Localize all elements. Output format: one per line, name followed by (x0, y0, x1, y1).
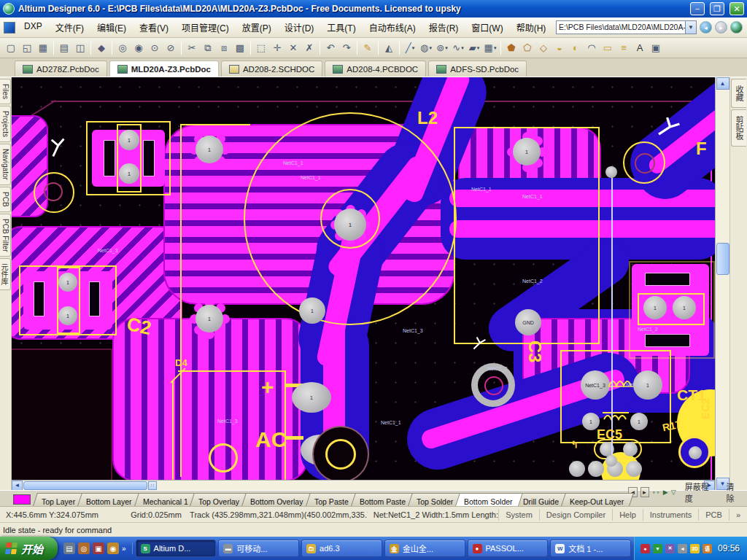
document-path-input[interactable]: E:\PCB Files\data\MLD20A\MLD20A-Z3 (556, 20, 686, 34)
task-button-可移动[interactable]: ▬可移动... (218, 540, 299, 557)
designator-label-L2[interactable]: L2 (417, 108, 438, 128)
quicklaunch-media-icon[interactable]: ▤ (63, 542, 75, 554)
tray-update-icon[interactable]: ▼ (653, 544, 662, 553)
tray-volume-icon[interactable]: ◄ (678, 544, 687, 553)
pcb-canvas[interactable]: 1 1 1 1 1 1 1 (12, 77, 715, 480)
status-panel-»[interactable]: » (729, 509, 747, 521)
designator-label-EC2[interactable]: EC2 (699, 398, 711, 419)
highlight-pen-icon[interactable]: ✎ (360, 40, 376, 56)
open-document-icon[interactable]: ◱ (19, 40, 35, 56)
scroll-up-icon[interactable]: ▲ (716, 77, 729, 90)
layer-tab-bottom-paste[interactable]: Bottom Paste (351, 493, 416, 506)
task-button-ad63[interactable]: 🗀ad6.3 (301, 540, 382, 557)
tray-antivirus-icon[interactable]: ● (640, 544, 650, 553)
menu-文件F[interactable]: 文件(F) (49, 19, 90, 36)
grid-icon[interactable]: ▦▾ (482, 40, 498, 56)
place-arc-icon[interactable]: ∿▾ (450, 40, 466, 56)
new-document-icon[interactable]: ▢ (3, 40, 19, 56)
undo-icon[interactable]: ↶ (322, 40, 338, 56)
path-dropdown-icon[interactable]: ▼ (686, 20, 697, 34)
pane-splitter[interactable]: ∷ (148, 481, 157, 490)
paste-array-icon[interactable]: ▩ (232, 40, 248, 56)
sidebar-tab-元件库[interactable]: 元件库 (0, 258, 11, 290)
quicklaunch-search-icon[interactable]: ◎ (78, 542, 90, 554)
clear-filter-icon[interactable]: ✗ (301, 40, 317, 56)
place-via-icon[interactable]: ⊚▾ (434, 40, 450, 56)
interactive-route-icon[interactable]: ╱▾ (402, 40, 418, 56)
polygon-pour-icon[interactable]: ⬟ (503, 40, 519, 56)
doc-tab-ad208-2.schdoc[interactable]: AD208-2.SCHDOC (221, 61, 322, 77)
fit-area-icon[interactable]: ◉ (131, 40, 147, 56)
menu-项目管理C[interactable]: 项目管理(C) (175, 19, 236, 36)
quicklaunch-overflow-icon[interactable]: » (122, 545, 126, 553)
back-icon[interactable]: ◂ (700, 21, 712, 34)
designator-label-↰[interactable]: ↰ (570, 439, 578, 450)
home-globe-icon[interactable] (730, 21, 743, 34)
workspace-icon[interactable]: ◆ (93, 40, 109, 56)
layer-tab-top-solder[interactable]: Top Solder (408, 493, 463, 506)
polygon-cutout-icon[interactable]: ⬠ (519, 40, 535, 56)
room-icon[interactable]: ◒ (551, 40, 568, 56)
task-button-文档 1 -[interactable]: W文档 1 -... (550, 540, 631, 557)
rectangle-tool-icon[interactable]: ▭ (600, 40, 616, 56)
redo-icon[interactable]: ↷ (338, 40, 355, 56)
layer-tab-top-overlay[interactable]: Top Overlay (190, 493, 250, 506)
tray-ime-icon[interactable]: 语 (703, 544, 712, 553)
layer-tab-bottom-overlay[interactable]: Bottom Overlay (242, 493, 314, 506)
print-preview-icon[interactable]: ◫ (72, 40, 88, 56)
mask-level-button[interactable]: 屏蔽程度 (679, 480, 718, 505)
zoom-clear-icon[interactable]: ⊘ (163, 40, 179, 56)
layer-tab-bottom-layer[interactable]: Bottom Layer (77, 493, 142, 506)
menu-报告R[interactable]: 报告(R) (422, 19, 465, 36)
sidebar-tab-pcb[interactable]: PCB (0, 187, 11, 212)
deselect-icon[interactable]: ✕ (285, 40, 301, 56)
copy-icon[interactable]: ⧉ (200, 40, 216, 56)
start-button[interactable]: 开始 (0, 537, 58, 560)
doc-tab-ad208-4.pcbdoc[interactable]: AD208-4.PCBDOC (325, 61, 426, 77)
component-tool-icon[interactable]: ▣ (648, 40, 664, 56)
print-icon[interactable]: ▤ (56, 40, 72, 56)
menu-设计D[interactable]: 设计(D) (278, 19, 321, 36)
menu-放置P[interactable]: 放置(P) (236, 19, 278, 36)
task-button-Altium D[interactable]: SAltium D... (136, 540, 217, 557)
cut-icon[interactable]: ✂ (184, 40, 200, 56)
status-panel-instruments[interactable]: Instruments (643, 509, 698, 521)
dropdown-arrow-icon[interactable]: ▾ (461, 45, 464, 51)
horizontal-scrollbar[interactable]: ◄ ∷ ► (12, 480, 715, 490)
status-panel-help[interactable]: Help (612, 509, 643, 521)
designator-label-+[interactable]: + (261, 375, 274, 400)
dropdown-arrow-icon[interactable]: ▾ (477, 45, 480, 51)
menu-帮助H[interactable]: 帮助(H) (510, 19, 553, 36)
scroll-left-icon[interactable]: ◄ (12, 481, 23, 491)
sidebar-tab-pcb-filter[interactable]: PCB Filter (0, 214, 11, 257)
vertical-scrollbar[interactable]: ▲ ▼ (715, 77, 729, 490)
quicklaunch-player-icon[interactable]: ◉ (107, 542, 119, 554)
browse-component-icon[interactable]: ◭ (381, 40, 397, 56)
arc-tool-icon[interactable]: ◠ (584, 40, 600, 56)
menu-编辑E[interactable]: 编辑(E) (90, 19, 133, 36)
designator-label-F[interactable]: F (696, 139, 707, 159)
horizontal-scroll-thumb[interactable] (23, 481, 147, 490)
restore-button[interactable]: ❐ (710, 2, 724, 15)
zoom-selection-icon[interactable]: ⊙ (147, 40, 163, 56)
quicklaunch-mail-icon[interactable]: ▣ (93, 542, 104, 554)
active-layer-color-swatch[interactable] (13, 494, 31, 505)
layer-scroll-right-icon[interactable]: ► (640, 487, 649, 497)
align-icon[interactable]: ≡ (616, 40, 632, 56)
sidebar-tab-projects[interactable]: Projects (0, 106, 11, 142)
menu-DXP[interactable]: DXP (18, 19, 49, 36)
title-bar[interactable]: Altium Designer 6.0 - E:\PCB Files\data\… (0, 0, 747, 18)
menu-自动布线A[interactable]: 自动布线(A) (363, 19, 422, 36)
sidebar-tab-收藏[interactable]: 收藏 (731, 79, 746, 108)
designator-label-AC[interactable]: AC (255, 427, 287, 452)
place-fill-icon[interactable]: ▰▾ (466, 40, 482, 56)
save-icon[interactable]: ▦ (35, 40, 51, 56)
doc-tab-ad278z.pcbdoc[interactable]: AD278Z.PcbDoc (15, 61, 107, 77)
clear-button[interactable]: 清除 (721, 480, 746, 505)
slice-polygon-icon[interactable]: ◇ (535, 40, 551, 56)
fit-document-icon[interactable]: ◎ (115, 40, 131, 56)
tray-xear3d-icon[interactable]: 3D (690, 544, 700, 553)
tray-network-icon[interactable]: ✕ (665, 544, 675, 553)
designator-label-C2[interactable]: C2 (125, 313, 153, 340)
vertical-scroll-thumb[interactable] (716, 243, 729, 275)
